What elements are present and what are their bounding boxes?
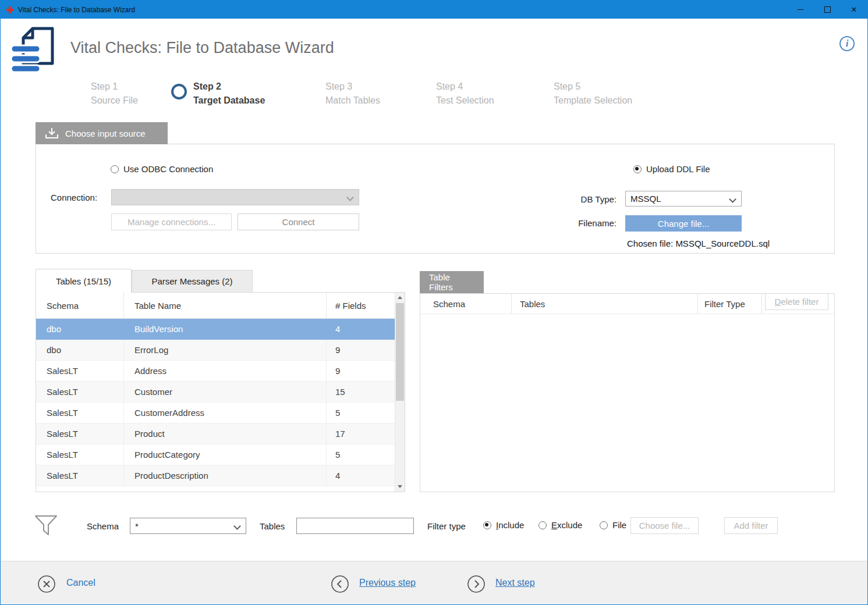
change-file-button[interactable]: Change file...: [625, 215, 742, 232]
info-icon[interactable]: i: [839, 36, 855, 51]
filter-type-include-radio[interactable]: Include: [483, 520, 524, 530]
maximize-icon: [824, 6, 831, 13]
step-1-source-file[interactable]: Step 1 Source File: [91, 80, 138, 108]
column-header-filter-type: Filter Type: [698, 294, 762, 314]
radio-icon: [633, 165, 642, 173]
tab-parser-messages[interactable]: Parser Messages (2): [132, 270, 253, 292]
upload-ddl-radio[interactable]: Upload DDL File: [633, 164, 710, 174]
arrow-down-icon: [398, 485, 402, 488]
tables-grid-body: dbo BuildVersion 4 dbo ErrorLog 9 SalesL…: [36, 319, 395, 486]
radio-icon: [483, 521, 491, 529]
odbc-radio-label: Use ODBC Connection: [123, 164, 213, 174]
db-type-value: MSSQL: [630, 194, 661, 204]
connection-select[interactable]: [111, 189, 359, 205]
odbc-connection-radio[interactable]: Use ODBC Connection: [111, 164, 213, 174]
cell-fields: 9: [327, 361, 395, 381]
add-filter-button[interactable]: Add filter: [724, 517, 778, 534]
step-label: Template Selection: [554, 94, 632, 108]
page-title: Vital Checks: File to Database Wizard: [70, 39, 334, 57]
previous-icon[interactable]: [331, 575, 349, 596]
input-source-header: Choose input source: [36, 122, 168, 144]
chevron-down-icon: [729, 195, 736, 203]
filter-type-file-radio[interactable]: File: [600, 520, 626, 530]
upload-radio-label: Upload DDL File: [646, 164, 710, 174]
step-label: Target Database: [193, 94, 265, 108]
cancel-icon[interactable]: [37, 575, 56, 596]
table-row[interactable]: SalesLT Customer 15: [36, 382, 395, 403]
column-header-schema: Schema: [36, 293, 124, 318]
scroll-down-button[interactable]: [395, 482, 405, 492]
column-header-tables: Tables: [512, 294, 698, 314]
db-type-label: DB Type:: [537, 194, 617, 205]
minimize-button[interactable]: [787, 1, 814, 19]
cell-schema: SalesLT: [36, 465, 124, 486]
cell-table-name: Product: [124, 424, 327, 444]
footer-bar: [1, 561, 867, 604]
cell-schema: SalesLT: [36, 403, 124, 423]
next-icon[interactable]: [467, 575, 486, 596]
include-radio-label: Include: [496, 520, 524, 530]
step-label: Match Tables: [325, 94, 380, 108]
column-header-table-name: Table Name: [124, 293, 327, 318]
table-filters-grid: Schema Tables Filter Type Delete filter: [420, 293, 835, 492]
delete-filter-button[interactable]: Delete filter: [765, 293, 828, 310]
table-row[interactable]: SalesLT ProductCategory 5: [36, 444, 395, 465]
tab-tables[interactable]: Tables (15/15): [36, 269, 132, 293]
cell-fields: 17: [327, 424, 395, 444]
cell-table-name: BuildVersion: [124, 319, 327, 339]
table-row[interactable]: SalesLT Address 9: [36, 361, 395, 382]
step-number: Step 3: [325, 80, 380, 94]
app-cross-icon: [6, 6, 14, 14]
arrow-up-icon: [398, 296, 402, 299]
column-header-fields: # Fields: [327, 293, 395, 318]
radio-icon: [600, 521, 608, 529]
table-row[interactable]: SalesLT ProductDescription 4: [36, 465, 395, 486]
previous-step-button[interactable]: Previous step: [359, 578, 416, 588]
step-2-target-database[interactable]: Step 2 Target Database: [193, 80, 265, 108]
cell-fields: 9: [327, 340, 395, 360]
next-step-button[interactable]: Next step: [495, 578, 535, 588]
tables-grid-header: Schema Table Name # Fields: [36, 293, 395, 319]
funnel-icon: [34, 514, 58, 540]
filter-schema-select[interactable]: *: [130, 518, 246, 534]
step-4-test-selection[interactable]: Step 4 Test Selection: [436, 80, 494, 108]
cell-schema: dbo: [36, 319, 124, 339]
file-radio-label: File: [612, 520, 626, 530]
maximize-button[interactable]: [814, 1, 841, 19]
tables-grid: Schema Table Name # Fields dbo BuildVers…: [36, 292, 405, 492]
table-row[interactable]: SalesLT Product 17: [36, 424, 395, 444]
scrollbar-thumb[interactable]: [396, 303, 404, 401]
column-header-schema: Schema: [420, 294, 512, 314]
cell-fields: 15: [327, 382, 395, 402]
table-row[interactable]: dbo ErrorLog 9: [36, 340, 395, 361]
cell-schema: SalesLT: [36, 444, 124, 465]
connect-button[interactable]: Connect: [238, 213, 359, 230]
filter-schema-label: Schema: [87, 521, 119, 531]
table-row[interactable]: dbo BuildVersion 4: [36, 319, 395, 340]
current-step-icon: [171, 84, 187, 99]
filter-tables-label: Tables: [260, 521, 285, 531]
input-source-panel: Use ODBC Connection Connection: Manage c…: [36, 144, 835, 254]
scroll-up-button[interactable]: [395, 293, 405, 302]
step-3-match-tables[interactable]: Step 3 Match Tables: [325, 80, 380, 108]
download-icon: [45, 127, 59, 139]
choose-file-button[interactable]: Choose file...: [630, 517, 699, 534]
filter-tables-input[interactable]: [296, 518, 414, 534]
cancel-button[interactable]: Cancel: [66, 578, 95, 588]
step-number: Step 5: [554, 80, 632, 94]
filter-type-label: Filter type: [427, 521, 466, 531]
radio-icon: [111, 165, 119, 173]
db-type-select[interactable]: MSSQL: [625, 191, 742, 207]
step-5-template-selection[interactable]: Step 5 Template Selection: [554, 80, 632, 108]
titlebar: Vital Checks: File to Database Wizard ✕: [1, 1, 867, 19]
tables-scrollbar[interactable]: [395, 293, 405, 492]
table-filters-header: Table Filters: [420, 271, 484, 293]
close-button[interactable]: ✕: [841, 1, 867, 19]
cell-schema: SalesLT: [36, 424, 124, 444]
filter-type-exclude-radio[interactable]: Exclude: [538, 520, 582, 530]
close-icon: ✕: [851, 6, 858, 13]
cell-table-name: ErrorLog: [124, 340, 327, 360]
cell-schema: SalesLT: [36, 361, 124, 381]
manage-connections-button[interactable]: Manage connections...: [111, 213, 232, 230]
table-row[interactable]: SalesLT CustomerAddress 5: [36, 403, 395, 424]
